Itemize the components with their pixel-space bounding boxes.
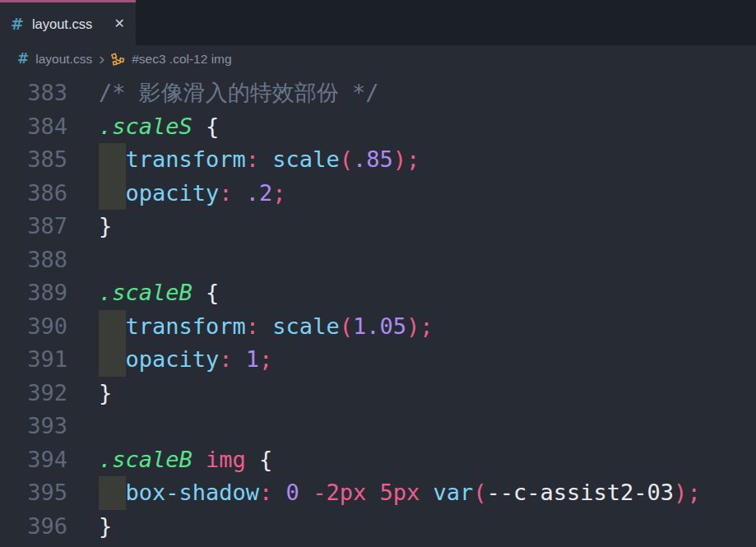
code-token: ;	[272, 180, 285, 206]
close-icon[interactable]: ✕	[114, 17, 125, 30]
code-token	[259, 146, 272, 172]
code-line-content[interactable]: .scaleB {	[99, 276, 219, 310]
chevron-right-icon: ›	[99, 49, 104, 67]
line-number[interactable]: 396	[0, 510, 67, 544]
code-line-content[interactable]: box-shadow: 0 -2px 5px var(--c-assist2-0…	[99, 476, 701, 510]
code-line[interactable]: 394.scaleB img {	[0, 443, 756, 477]
selected-whitespace	[99, 343, 126, 377]
line-number[interactable]: 389	[0, 276, 67, 310]
code-token	[192, 280, 206, 305]
code-line[interactable]: 386 opacity: .2;	[0, 177, 756, 211]
code-line-content[interactable]: opacity: .2;	[99, 177, 286, 211]
code-editor[interactable]: 383/* 影像滑入的特效部份 */384.scaleS {385 transf…	[0, 72, 756, 547]
code-token	[259, 313, 272, 339]
line-number[interactable]: 391	[0, 343, 67, 377]
code-line[interactable]: 395 box-shadow: 0 -2px 5px var(--c-assis…	[0, 476, 756, 510]
code-token	[366, 480, 379, 505]
selected-whitespace	[99, 177, 126, 211]
line-number[interactable]: 388	[0, 243, 67, 277]
line-number[interactable]: 393	[0, 410, 67, 443]
code-token: :	[219, 180, 232, 206]
code-line[interactable]: 388	[0, 243, 756, 277]
code-token	[299, 480, 313, 505]
code-token: box-shadow	[126, 480, 260, 505]
selected-whitespace	[99, 143, 126, 177]
code-token: -2px	[313, 480, 366, 505]
code-line[interactable]: 387}	[0, 210, 756, 243]
code-token: )	[393, 146, 406, 172]
code-token: /* 影像滑入的特效部份 */	[99, 80, 379, 105]
line-number[interactable]: 395	[0, 476, 67, 510]
code-token: (	[340, 146, 353, 172]
code-line-content[interactable]: }	[99, 377, 112, 410]
code-token	[233, 346, 246, 372]
code-token: ;	[406, 146, 420, 172]
line-number[interactable]: 383	[0, 76, 67, 110]
code-token: .scaleS	[99, 114, 192, 139]
line-number[interactable]: 385	[0, 143, 67, 177]
code-line[interactable]: 392}	[0, 377, 756, 410]
code-token: ;	[687, 480, 700, 505]
breadcrumb-file[interactable]: layout.css	[35, 52, 92, 67]
code-token: .85	[353, 146, 393, 172]
code-line[interactable]: 384.scaleS {	[0, 110, 756, 144]
code-token	[272, 480, 285, 505]
code-line-content[interactable]: transform: scale(.85);	[99, 143, 420, 177]
code-lines: 383/* 影像滑入的特效部份 */384.scaleS {385 transf…	[0, 76, 756, 543]
code-line-content[interactable]: transform: scale(1.05);	[99, 310, 433, 344]
code-line[interactable]: 396}	[0, 510, 756, 544]
code-token: img	[206, 447, 246, 472]
code-token	[246, 447, 259, 472]
code-token: opacity	[126, 346, 220, 372]
code-token: )	[406, 313, 420, 339]
code-token: }	[99, 380, 112, 406]
code-token: :	[246, 313, 259, 339]
css-file-icon: #	[11, 16, 24, 32]
line-number[interactable]: 392	[0, 377, 67, 410]
code-token: ;	[259, 346, 272, 372]
code-token	[233, 180, 246, 206]
code-line-content[interactable]: /* 影像滑入的特效部份 */	[99, 76, 379, 110]
code-token: --c-assist2-03	[487, 480, 675, 505]
code-token: 5px	[379, 480, 420, 505]
line-number[interactable]: 384	[0, 110, 67, 144]
breadcrumb: # layout.css › #sec3 .col-12 img	[0, 45, 756, 72]
code-line[interactable]: 391 opacity: 1;	[0, 343, 756, 377]
code-line[interactable]: 383/* 影像滑入的特效部份 */	[0, 76, 756, 110]
code-token: :	[259, 480, 272, 505]
selected-whitespace	[99, 310, 126, 344]
code-line-content[interactable]: }	[99, 210, 112, 243]
code-token: 0	[286, 480, 299, 505]
code-line-content[interactable]: .scaleB img {	[99, 443, 272, 477]
code-token: :	[219, 346, 232, 372]
tab-bar: # layout.css ✕	[0, 0, 756, 45]
code-line-content[interactable]: opacity: 1;	[99, 343, 272, 377]
code-token	[192, 447, 206, 472]
breadcrumb-symbol[interactable]: #sec3 .col-12 img	[132, 52, 231, 67]
code-token: }	[99, 213, 112, 239]
code-token: 1.05	[353, 313, 406, 339]
code-token: .scaleB	[99, 280, 192, 305]
line-number[interactable]: 386	[0, 177, 67, 211]
code-line-content[interactable]: }	[99, 510, 112, 544]
code-line[interactable]: 393	[0, 410, 756, 443]
code-line[interactable]: 385 transform: scale(.85);	[0, 143, 756, 177]
code-token: :	[246, 146, 259, 172]
code-token: ;	[420, 313, 433, 339]
code-token: )	[674, 480, 687, 505]
line-number[interactable]: 390	[0, 310, 67, 344]
tab-layout-css[interactable]: # layout.css ✕	[0, 0, 136, 45]
code-line-content[interactable]: .scaleS {	[99, 110, 219, 144]
line-number[interactable]: 394	[0, 443, 67, 477]
code-line[interactable]: 390 transform: scale(1.05);	[0, 310, 756, 344]
code-token: opacity	[126, 180, 220, 206]
selected-whitespace	[99, 476, 126, 510]
code-token: 1	[246, 346, 259, 372]
tab-label: layout.css	[32, 16, 92, 32]
css-file-icon: #	[17, 52, 29, 66]
code-token	[192, 114, 206, 139]
line-number[interactable]: 387	[0, 210, 67, 243]
code-token: {	[206, 280, 219, 305]
code-line[interactable]: 389.scaleB {	[0, 276, 756, 310]
code-token: scale	[272, 146, 339, 172]
